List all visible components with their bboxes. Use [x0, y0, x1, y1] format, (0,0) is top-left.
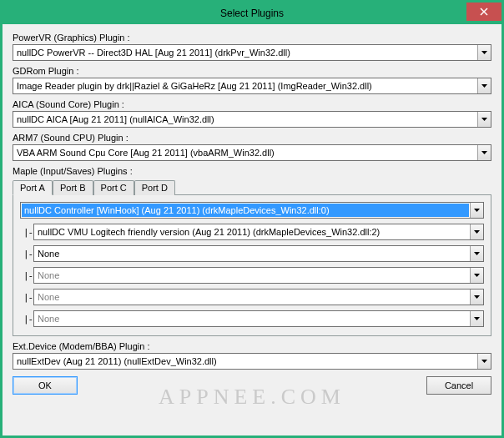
tab-panel-port-a: nullDC Controller [WinHook] (Aug 21 2011… [13, 194, 491, 336]
arm7-dropdown[interactable]: VBA ARM Sound Cpu Core [Aug 21 2011] (vb… [13, 144, 491, 161]
aica-dropdown[interactable]: nullDC AICA [Aug 21 2011] (nullAICA_Win3… [13, 111, 491, 128]
svg-marker-4 [481, 118, 487, 121]
maple-sub3-dropdown[interactable]: None [33, 267, 484, 284]
maple-sub1-dropdown[interactable]: nullDC VMU Logitech friendly version (Au… [33, 224, 484, 240]
chevron-down-icon [477, 112, 491, 127]
tree-connector-icon: |- [20, 228, 33, 237]
maple-sub1-value: nullDC VMU Logitech friendly version (Au… [34, 227, 470, 237]
titlebar: Select Plugins [3, 3, 501, 24]
cancel-button[interactable]: Cancel [426, 376, 491, 395]
powervr-value: nullDC PowerVR -- Direct3D HAL [Aug 21 2… [13, 48, 477, 58]
svg-marker-11 [474, 317, 480, 320]
tab-port-b[interactable]: Port B [53, 180, 93, 195]
maple-sub5-value: None [34, 314, 470, 324]
chevron-down-icon [477, 78, 491, 93]
maple-sub5-dropdown[interactable]: None [33, 310, 484, 327]
maple-label: Maple (Input/Saves) Plugins : [13, 166, 491, 176]
gdrom-dropdown[interactable]: Image Reader plugin by drk||Raziel & GiG… [13, 78, 491, 94]
extdev-value: nullExtDev (Aug 21 2011) (nullExtDev_Win… [13, 356, 477, 366]
svg-marker-10 [474, 295, 480, 299]
tree-connector-icon: |- [20, 315, 33, 324]
arm7-label: ARM7 (Sound CPU) Plugin : [13, 133, 491, 143]
svg-marker-9 [474, 274, 480, 277]
tree-connector-icon: |- [20, 271, 33, 280]
svg-marker-7 [474, 230, 480, 234]
tree-connector-icon: |- [20, 293, 33, 302]
dialog-content: PowerVR (Graphics) Plugin : nullDC Power… [3, 24, 501, 435]
maple-main-value: nullDC Controller [WinHook] (Aug 21 2011… [22, 204, 469, 217]
maple-sub3-value: None [34, 270, 470, 280]
extdev-dropdown[interactable]: nullExtDev (Aug 21 2011) (nullExtDev_Win… [13, 353, 491, 370]
maple-sub2-value: None [34, 249, 470, 259]
arm7-value: VBA ARM Sound Cpu Core [Aug 21 2011] (vb… [13, 148, 477, 158]
button-row: OK Cancel [13, 376, 491, 395]
chevron-down-icon [470, 224, 483, 239]
gdrom-label: GDRom Plugin : [13, 66, 491, 76]
chevron-down-icon [470, 203, 483, 218]
maple-sub4-value: None [34, 292, 470, 302]
window-title: Select Plugins [220, 8, 284, 19]
extdev-label: Ext.Device (Modem/BBA) Plugin : [13, 341, 491, 351]
svg-marker-5 [481, 151, 487, 154]
chevron-down-icon [470, 246, 483, 261]
close-button[interactable] [466, 3, 501, 21]
chevron-down-icon [477, 354, 491, 369]
svg-marker-2 [481, 51, 487, 54]
aica-value: nullDC AICA [Aug 21 2011] (nullAICA_Win3… [13, 114, 477, 124]
chevron-down-icon [477, 145, 491, 160]
ok-button[interactable]: OK [13, 376, 78, 395]
maple-main-dropdown[interactable]: nullDC Controller [WinHook] (Aug 21 2011… [20, 202, 484, 219]
dialog-window: Select Plugins PowerVR (Graphics) Plugin… [0, 0, 504, 438]
maple-sub4-dropdown[interactable]: None [33, 289, 484, 305]
svg-marker-6 [474, 209, 480, 212]
tree-connector-icon: |- [20, 249, 33, 259]
svg-marker-8 [474, 252, 480, 255]
chevron-down-icon [470, 289, 483, 305]
aica-label: AICA (Sound Core) Plugin : [13, 99, 491, 109]
maple-sub2-dropdown[interactable]: None [33, 245, 484, 262]
tab-port-a[interactable]: Port A [13, 180, 53, 195]
tabs-row: Port A Port B Port C Port D [13, 180, 491, 195]
svg-marker-12 [481, 360, 487, 363]
svg-marker-3 [481, 84, 487, 88]
chevron-down-icon [470, 311, 483, 326]
powervr-dropdown[interactable]: nullDC PowerVR -- Direct3D HAL [Aug 21 2… [13, 44, 491, 61]
powervr-label: PowerVR (Graphics) Plugin : [13, 33, 491, 43]
maple-tabset: Port A Port B Port C Port D nullDC Contr… [13, 179, 491, 336]
tab-port-d[interactable]: Port D [134, 180, 175, 195]
chevron-down-icon [477, 45, 491, 60]
tab-port-c[interactable]: Port C [93, 180, 134, 195]
chevron-down-icon [470, 268, 483, 283]
gdrom-value: Image Reader plugin by drk||Raziel & GiG… [13, 81, 477, 91]
